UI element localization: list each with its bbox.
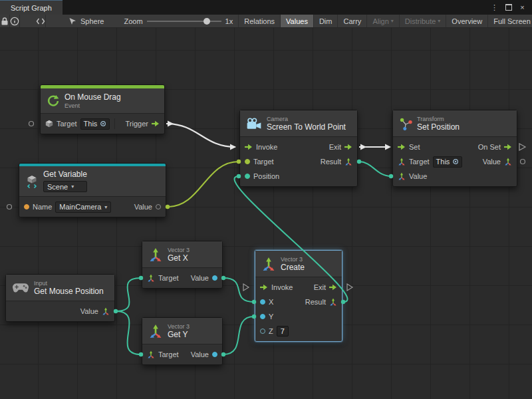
flow-output-port[interactable] xyxy=(504,144,512,150)
flow-input-port[interactable] xyxy=(245,144,253,150)
z-input-port[interactable] xyxy=(260,329,265,334)
vector3-port-icon[interactable] xyxy=(504,158,512,166)
node-title: Get Y xyxy=(168,331,190,339)
variable-name-dropdown[interactable]: MainCamera ▾ xyxy=(55,201,111,213)
port-row: Target This Trigger xyxy=(41,116,164,131)
maximize-icon xyxy=(505,4,512,11)
maximize-button[interactable] xyxy=(503,2,514,13)
toolbar-button-align[interactable]: Align▾ xyxy=(366,15,398,27)
pointer-icon xyxy=(68,17,76,25)
zoom-slider-knob[interactable] xyxy=(203,18,210,25)
info-button[interactable] xyxy=(10,15,20,27)
toolbar-button-distribute[interactable]: Distribute▾ xyxy=(399,15,446,27)
value-output-port[interactable] xyxy=(212,275,217,281)
flow-output-port[interactable] xyxy=(344,144,352,150)
transform-port-icon[interactable] xyxy=(398,158,406,166)
chip-label: This xyxy=(84,120,98,128)
string-input-port[interactable] xyxy=(24,204,29,209)
port-row: Y xyxy=(255,309,342,324)
flow-input-port[interactable] xyxy=(260,284,268,291)
node-get-mouse-position[interactable]: Input Get Mouse Position Value xyxy=(5,274,115,322)
info-icon xyxy=(10,17,19,26)
caret-icon: ▾ xyxy=(438,18,440,24)
vector3-icon xyxy=(261,257,276,271)
target-object-chip[interactable]: This xyxy=(80,118,110,130)
node-title: Get Mouse Position xyxy=(34,287,104,296)
port-row: X Result xyxy=(255,295,342,309)
graph-target-breadcrumb[interactable]: Sphere xyxy=(63,15,109,27)
zoom-slider[interactable] xyxy=(147,17,221,25)
node-set-position[interactable]: Transform Set Position Set On Set Target… xyxy=(392,110,517,187)
node-title: Set Position xyxy=(417,123,460,132)
close-button[interactable]: × xyxy=(517,2,528,13)
node-screen-to-world-point[interactable]: Camera Screen To World Point Invoke Exit… xyxy=(239,110,358,187)
node-on-mouse-drag[interactable]: On Mouse Drag Event Target This Trigger xyxy=(40,84,165,134)
port-label-value-out: Value xyxy=(483,158,501,166)
z-value-field[interactable] xyxy=(277,326,289,336)
port-label-exit: Exit xyxy=(314,283,326,291)
port-label-target: Target xyxy=(158,274,179,282)
value-output-port[interactable] xyxy=(156,204,161,209)
port-row: Set On Set xyxy=(393,140,517,154)
object-picker-icon xyxy=(100,120,106,127)
port-row: Target Value xyxy=(142,347,222,362)
flow-output-port[interactable] xyxy=(152,120,160,127)
value-output-port[interactable] xyxy=(212,352,217,357)
target-input-port[interactable] xyxy=(245,159,250,164)
lock-button[interactable] xyxy=(0,15,10,27)
toolbar-button-overview[interactable]: Overview xyxy=(446,15,487,27)
node-vector3-get-x[interactable]: Vector 3 Get X Target Value xyxy=(142,241,223,289)
vector3-port-icon[interactable] xyxy=(102,307,110,315)
port-row: Value xyxy=(393,169,517,184)
toolbar-button-carry[interactable]: Carry xyxy=(337,15,366,27)
event-icon xyxy=(47,94,60,108)
window-controls: ⋮ × xyxy=(489,0,532,15)
node-title: On Mouse Drag xyxy=(65,93,121,102)
flow-output-port[interactable] xyxy=(329,284,337,291)
node-header: Input Get Mouse Position xyxy=(6,275,114,301)
caret-icon: ▾ xyxy=(104,204,107,210)
node-vector3-create[interactable]: Vector 3 Create Invoke Exit X Result Y Z xyxy=(255,250,342,342)
toolbar-button-values[interactable]: Values xyxy=(280,15,313,27)
code-view-button[interactable] xyxy=(36,15,46,27)
vector3-icon xyxy=(148,324,163,338)
variable-scope-dropdown[interactable]: Scene ▾ xyxy=(43,181,87,192)
y-input-port[interactable] xyxy=(260,314,265,319)
vector3-port-icon[interactable] xyxy=(329,298,337,306)
toolbar-button-relations[interactable]: Relations xyxy=(238,15,280,27)
node-subtitle: Event xyxy=(65,102,121,109)
port-label-trigger: Trigger xyxy=(126,120,148,128)
x-input-port[interactable] xyxy=(260,299,265,305)
window-menu-icon[interactable]: ⋮ xyxy=(489,2,500,13)
tab-script-graph[interactable]: Script Graph xyxy=(0,0,63,15)
dropdown-value: MainCamera xyxy=(59,203,101,211)
node-category: Camera xyxy=(267,116,346,122)
port-label-y: Y xyxy=(269,313,273,321)
tab-bar: Script Graph ⋮ × xyxy=(0,0,532,15)
vector3-port-icon[interactable] xyxy=(147,274,155,282)
port-row: Name MainCamera ▾ Value xyxy=(19,200,166,214)
graph-target-name: Sphere xyxy=(80,17,104,25)
port-label-result: Result xyxy=(305,298,326,306)
port-row: Value xyxy=(6,304,114,319)
target-object-chip[interactable]: This xyxy=(433,156,463,168)
toolbar-button-dim[interactable]: Dim xyxy=(313,15,338,27)
zoom-value: 1x xyxy=(225,17,233,25)
vector3-port-icon[interactable] xyxy=(344,158,352,166)
position-input-port[interactable] xyxy=(245,174,250,179)
port-row: Position xyxy=(240,169,357,184)
node-category: Vector 3 xyxy=(168,247,190,253)
node-get-variable[interactable]: Get Variable Scene ▾ Name MainCamera ▾ V… xyxy=(19,163,166,217)
port-label-value: Value xyxy=(191,274,209,282)
node-header: Get Variable Scene ▾ xyxy=(19,166,166,197)
port-label-target: Target xyxy=(253,158,274,166)
node-vector3-get-y[interactable]: Vector 3 Get Y Target Value xyxy=(142,317,223,365)
vector3-port-icon[interactable] xyxy=(147,350,155,358)
zoom-slider-track[interactable] xyxy=(147,21,221,22)
toolbar-button-fullscreen[interactable]: Full Screen xyxy=(487,15,532,27)
caret-icon: ▾ xyxy=(391,18,394,24)
port-label-target: Target xyxy=(158,350,179,358)
flow-input-port[interactable] xyxy=(398,144,406,150)
vector3-port-icon[interactable] xyxy=(398,172,406,180)
node-title: Get X xyxy=(168,254,190,263)
